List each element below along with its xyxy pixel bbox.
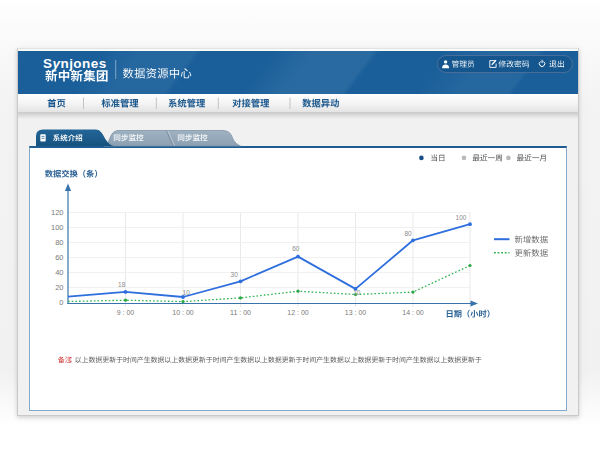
- svg-text:10: 10: [183, 289, 191, 296]
- svg-text:18: 18: [118, 281, 126, 288]
- svg-text:12 : 00: 12 : 00: [287, 309, 309, 316]
- svg-text:80: 80: [404, 230, 412, 237]
- svg-text:13 : 00: 13 : 00: [345, 309, 367, 316]
- svg-text:100: 100: [51, 223, 64, 232]
- svg-text:10: 10: [353, 289, 361, 296]
- svg-text:40: 40: [55, 268, 63, 277]
- svg-text:14 : 00: 14 : 00: [402, 309, 424, 316]
- svg-text:30: 30: [231, 271, 239, 278]
- svg-text:60: 60: [55, 253, 63, 262]
- svg-text:80: 80: [55, 238, 63, 247]
- svg-text:60: 60: [292, 245, 300, 252]
- svg-text:9 : 00: 9 : 00: [117, 309, 135, 316]
- svg-text:Synjones: Synjones: [43, 56, 107, 71]
- svg-text:11 : 00: 11 : 00: [230, 309, 251, 316]
- svg-text::: :: [70, 355, 73, 364]
- svg-text:20: 20: [55, 283, 63, 292]
- svg-text:10 : 00: 10 : 00: [172, 309, 194, 316]
- svg-text:100: 100: [456, 214, 467, 221]
- svg-text:120: 120: [51, 208, 64, 217]
- svg-text:0: 0: [59, 298, 63, 307]
